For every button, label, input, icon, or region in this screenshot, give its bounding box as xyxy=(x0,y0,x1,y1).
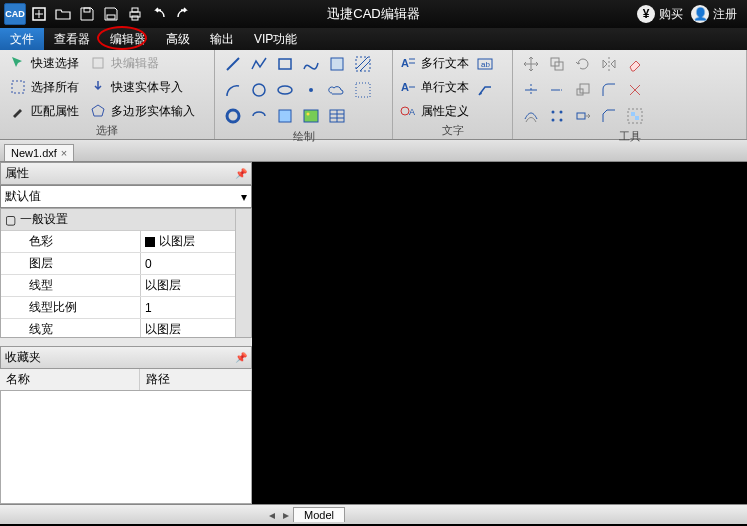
leader-icon[interactable] xyxy=(473,78,497,102)
circle-icon[interactable] xyxy=(247,78,271,102)
erase-icon[interactable] xyxy=(623,52,647,76)
explode-icon[interactable] xyxy=(623,78,647,102)
pin-icon[interactable]: 📌 xyxy=(235,168,247,179)
properties-title: 属性 xyxy=(5,165,29,182)
new-icon[interactable] xyxy=(28,3,50,25)
open-icon[interactable] xyxy=(52,3,74,25)
donut-icon[interactable] xyxy=(221,104,245,128)
scale-icon[interactable] xyxy=(571,78,595,102)
print-icon[interactable] xyxy=(124,3,146,25)
region-icon[interactable] xyxy=(325,52,349,76)
point-icon[interactable] xyxy=(299,78,323,102)
main-area: 属性 📌 默认值 ▾ ▢一般设置 色彩以图层 图层0 线型以图层 线型比例1 线… xyxy=(0,162,747,504)
buy-label: 购买 xyxy=(659,6,683,23)
save-icon[interactable] xyxy=(76,3,98,25)
spline-icon[interactable] xyxy=(299,52,323,76)
line-icon[interactable] xyxy=(221,52,245,76)
stretch-icon[interactable] xyxy=(571,104,595,128)
fillet-icon[interactable] xyxy=(597,78,621,102)
ellipse-icon[interactable] xyxy=(273,78,297,102)
menu-viewer[interactable]: 查看器 xyxy=(44,28,100,50)
chamfer-icon[interactable] xyxy=(597,104,621,128)
copy-icon[interactable] xyxy=(545,52,569,76)
quick-select-label: 快速选择 xyxy=(31,55,79,72)
prop-row-linetype[interactable]: 线型以图层 xyxy=(1,275,251,297)
svg-point-46 xyxy=(552,111,555,114)
app-icon[interactable]: CAD xyxy=(4,3,26,25)
buy-button[interactable]: ¥购买 xyxy=(637,5,683,23)
trim-icon[interactable] xyxy=(519,78,543,102)
menu-output[interactable]: 输出 xyxy=(200,28,244,50)
attrdef-button[interactable]: A属性定义 xyxy=(399,100,469,122)
group-icon[interactable] xyxy=(623,104,647,128)
saveas-icon[interactable] xyxy=(100,3,122,25)
prop-row-color[interactable]: 色彩以图层 xyxy=(1,231,251,253)
drawing-canvas[interactable] xyxy=(252,162,747,504)
polygon-entity-input-button[interactable]: 多边形实体输入 xyxy=(86,100,198,122)
prop-row-layer[interactable]: 图层0 xyxy=(1,253,251,275)
fav-col-name[interactable]: 名称 xyxy=(0,369,140,390)
menu-advanced[interactable]: 高级 xyxy=(156,28,200,50)
prop-row-ltscale[interactable]: 线型比例1 xyxy=(1,297,251,319)
menu-file[interactable]: 文件 xyxy=(0,28,44,50)
menu-bar: 文件 查看器 编辑器 高级 输出 VIP功能 xyxy=(0,28,747,50)
polyline-icon[interactable] xyxy=(247,52,271,76)
mirror-icon[interactable] xyxy=(597,52,621,76)
redo-icon[interactable] xyxy=(172,3,194,25)
chevron-down-icon: ▾ xyxy=(241,190,247,204)
attrdef-icon: A xyxy=(399,102,417,120)
boundary-icon[interactable] xyxy=(351,78,375,102)
model-tab[interactable]: Model xyxy=(293,507,345,522)
table-icon[interactable] xyxy=(325,104,349,128)
offset-icon[interactable] xyxy=(519,104,543,128)
stext-label: 单行文本 xyxy=(421,79,469,96)
hatch-icon[interactable] xyxy=(351,52,375,76)
group-select-label: 选择 xyxy=(6,122,208,139)
doc-tab-1[interactable]: New1.dxf × xyxy=(4,144,74,161)
fav-col-path[interactable]: 路径 xyxy=(140,369,252,390)
stext-button[interactable]: A单行文本 xyxy=(399,76,469,98)
tab-next-icon[interactable]: ▸ xyxy=(279,508,293,522)
pin-icon[interactable]: 📌 xyxy=(235,352,247,363)
register-button[interactable]: 👤注册 xyxy=(691,5,737,23)
select-all-button[interactable]: 选择所有 xyxy=(6,76,82,98)
prop-group-general-label: 一般设置 xyxy=(20,211,68,228)
prop-group-general[interactable]: ▢一般设置 xyxy=(1,209,251,231)
properties-selector[interactable]: 默认值 ▾ xyxy=(0,185,252,208)
properties-scrollbar[interactable] xyxy=(235,209,251,337)
title-right: ¥购买 👤注册 xyxy=(637,5,747,23)
svg-rect-8 xyxy=(12,81,24,93)
image-icon[interactable] xyxy=(299,104,323,128)
block-insert-icon[interactable] xyxy=(273,104,297,128)
prop-color-key: 色彩 xyxy=(1,231,141,252)
svg-point-49 xyxy=(560,119,563,122)
ellipse-arc-icon[interactable] xyxy=(247,104,271,128)
svg-rect-22 xyxy=(279,110,291,122)
menu-vip[interactable]: VIP功能 xyxy=(244,28,307,50)
arc-icon[interactable] xyxy=(221,78,245,102)
svg-point-24 xyxy=(307,113,310,116)
move-icon[interactable] xyxy=(519,52,543,76)
prop-row-lineweight[interactable]: 线宽以图层 xyxy=(1,319,251,338)
rotate-icon[interactable] xyxy=(571,52,595,76)
brush-icon xyxy=(9,102,27,120)
rect-icon[interactable] xyxy=(273,52,297,76)
ribbon-group-draw: 绘制 xyxy=(215,50,393,139)
ribbon-group-tools: 工具 xyxy=(513,50,747,139)
cloud-icon[interactable] xyxy=(325,78,349,102)
quick-entity-import-button[interactable]: 快速实体导入 xyxy=(86,76,198,98)
undo-icon[interactable] xyxy=(148,3,170,25)
extend-icon[interactable] xyxy=(545,78,569,102)
collapse-icon: ▢ xyxy=(5,213,16,227)
quick-access-toolbar: CAD xyxy=(0,3,198,25)
match-props-button[interactable]: 匹配属性 xyxy=(6,100,82,122)
text-field-icon[interactable]: ab xyxy=(473,52,497,76)
tab-prev-icon[interactable]: ◂ xyxy=(265,508,279,522)
ribbon-group-text: A多行文本 A单行文本 A属性定义 ab 文字 xyxy=(393,50,513,139)
array-icon[interactable] xyxy=(545,104,569,128)
menu-editor[interactable]: 编辑器 xyxy=(100,28,156,50)
quick-select-button[interactable]: 快速选择 xyxy=(6,52,82,74)
mtext-button[interactable]: A多行文本 xyxy=(399,52,469,74)
svg-line-11 xyxy=(227,58,239,70)
close-icon[interactable]: × xyxy=(61,147,67,159)
